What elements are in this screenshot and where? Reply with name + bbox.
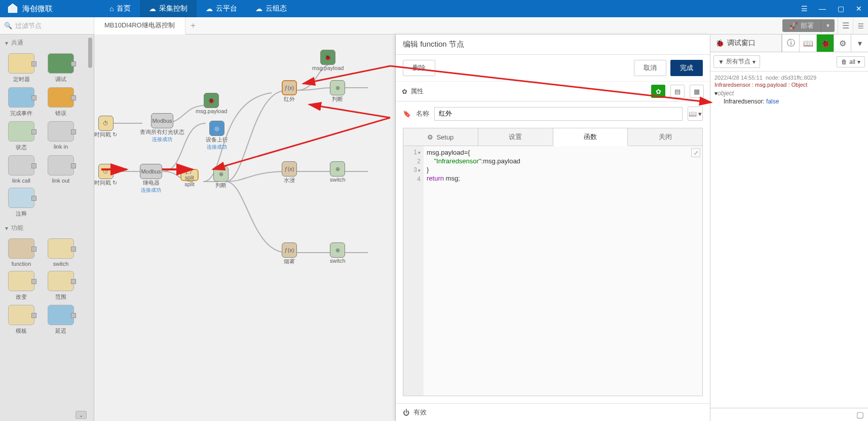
palette-node[interactable]: function <box>5 238 37 267</box>
palette-node[interactable]: 模板 <box>5 305 37 335</box>
appearance-button[interactable]: ▦ <box>690 85 704 98</box>
tab-settings[interactable]: 设置 <box>478 128 553 146</box>
menu-cloud-label: 云平台 <box>216 4 237 13</box>
debug-message[interactable]: 2022/4/28 14:55:11 node: d5d31ffc.8029 I… <box>710 72 868 108</box>
node-switch1[interactable]: switch <box>330 177 346 183</box>
sidebar-config[interactable]: ⚙ <box>834 34 851 52</box>
menu-collect-label: 采集控制 <box>159 4 187 13</box>
palette-node-label: 完成事件 <box>10 110 32 117</box>
palette-cat-func[interactable]: ▾功能 <box>0 220 94 236</box>
node-modbus1[interactable]: 查询所有灯光状态 <box>140 128 184 136</box>
deploy-button[interactable]: 🚀部署 <box>782 19 821 32</box>
palette-node[interactable]: link call <box>5 155 37 184</box>
sidebar-info[interactable]: ⓘ <box>782 34 799 52</box>
name-book-button[interactable]: 📖 ▾ <box>688 107 703 121</box>
code-editor[interactable]: 1234 msg.payload={ "Infraredsensor":msg.… <box>403 146 703 396</box>
palette-node-label: link in <box>54 144 68 150</box>
msg-timestamp: 2022/4/28 14:55:11 <box>714 75 763 81</box>
node-debug-top[interactable]: msg.payload <box>312 65 344 71</box>
palette-node[interactable]: 改变 <box>5 271 37 301</box>
tab-function[interactable]: 函数 <box>553 128 628 146</box>
node-modbus2-status: 连接成功 <box>141 187 161 194</box>
brand-text: 海创微联 <box>22 4 53 14</box>
msg-source: Infraredsensor : msg.payload : Object <box>714 82 864 88</box>
palette-node-label: link out <box>52 178 70 184</box>
home-icon: ⌂ <box>109 5 114 13</box>
palette-node[interactable]: link out <box>45 155 77 184</box>
palette-collapse[interactable]: ⌄ <box>76 411 87 419</box>
palette-cat-common[interactable]: ▾共通 <box>0 34 94 51</box>
win-menu[interactable]: ☰ <box>795 0 813 17</box>
sidebar-more[interactable]: ▾ <box>851 34 868 52</box>
filter-nodes-label: 所有节点 <box>726 57 750 66</box>
node-judge2[interactable]: 判断 <box>332 95 343 103</box>
menu-home[interactable]: ⌂首页 <box>100 0 140 17</box>
palette-scrollbar[interactable] <box>88 38 92 68</box>
chevron-down-icon: ▾ <box>857 58 860 65</box>
win-min[interactable]: — <box>813 0 832 17</box>
done-button[interactable]: 完成 <box>670 60 703 76</box>
palette-node[interactable] <box>45 188 77 218</box>
flow-tab[interactable]: MB10DI4RO继电器控制 <box>94 17 185 34</box>
delete-button[interactable]: 删除 <box>403 60 435 76</box>
palette-node[interactable]: 调试 <box>45 53 77 83</box>
win-max[interactable]: ▢ <box>832 0 850 17</box>
msg-node: node: d5d31ffc.8029 <box>766 75 816 81</box>
palette-node[interactable]: 延迟 <box>45 305 77 335</box>
sidebar-help[interactable]: 📖 <box>799 34 816 52</box>
tab-function-label: 函数 <box>584 132 597 142</box>
cloud-icon: ☁ <box>206 5 213 13</box>
logo-icon <box>7 3 18 14</box>
palette-node[interactable]: 注释 <box>5 188 37 218</box>
clear-debug[interactable]: 🗑all▾ <box>837 56 865 67</box>
palette-node[interactable]: 完成事件 <box>5 87 37 117</box>
palette-node-label: 调试 <box>55 76 66 83</box>
enabled-label: 有效 <box>413 408 427 417</box>
palette-node[interactable]: 范围 <box>45 271 77 301</box>
palette-node[interactable]: switch <box>45 238 77 267</box>
node-switch2[interactable]: switch <box>330 258 346 264</box>
settings-button[interactable]: ≣ <box>853 17 868 34</box>
node-debug-mid[interactable]: msg.payload <box>196 108 227 114</box>
palette-node[interactable]: link in <box>45 121 77 151</box>
add-tab[interactable]: ＋ <box>185 17 201 34</box>
menu-cloud[interactable]: ☁云平台 <box>197 0 246 17</box>
menu-cloudui[interactable]: ☁云组态 <box>246 0 296 17</box>
hamburger-button[interactable]: ☰ <box>838 17 853 34</box>
node-judge1[interactable]: 判断 <box>215 182 227 189</box>
node-timer2[interactable]: 时间戳 ↻ <box>94 179 117 187</box>
cloudui-icon: ☁ <box>255 5 262 13</box>
env-button[interactable]: ✿ <box>651 85 665 98</box>
sidebar-footer-btn[interactable]: ▢ <box>854 408 866 421</box>
node-device[interactable]: 设备上行 <box>206 136 228 144</box>
palette-node-label: 范围 <box>55 293 66 301</box>
node-timer1[interactable]: 时间戳 ↻ <box>94 131 117 138</box>
palette-node-label: switch <box>53 261 69 267</box>
node-fx-water[interactable]: 水浸 <box>284 177 295 184</box>
palette-filter-placeholder: 过滤节点 <box>15 21 42 30</box>
palette-node[interactable]: 错误 <box>45 87 77 117</box>
win-close[interactable]: ✕ <box>850 0 868 17</box>
chevron-down-icon: ▾ <box>5 225 8 232</box>
menu-collect[interactable]: ☁采集控制 <box>140 0 197 17</box>
name-input[interactable] <box>434 107 683 121</box>
sidebar-debug[interactable]: 🐞 <box>816 34 834 52</box>
node-split[interactable]: split <box>184 181 195 187</box>
palette-filter[interactable]: 🔍 过滤节点 <box>0 17 94 34</box>
doc-button[interactable]: ▤ <box>670 85 685 98</box>
kv-key: Infraredsensor: <box>724 98 765 105</box>
tab-setup[interactable]: ⚙Setup <box>403 128 478 146</box>
obj-label: object <box>718 90 734 97</box>
cancel-button[interactable]: 取消 <box>634 60 666 76</box>
node-fx-ir[interactable]: 红外 <box>284 95 295 103</box>
palette-node[interactable]: 状态 <box>5 121 37 151</box>
palette-cat-common-label: 共通 <box>11 39 23 47</box>
deploy-dropdown[interactable]: ▼ <box>821 21 835 30</box>
node-fx-smoke[interactable]: 烟雾 <box>284 258 295 265</box>
palette-node[interactable]: 定时器 <box>5 53 37 83</box>
expand-editor-button[interactable]: ⤢ <box>691 148 700 157</box>
node-modbus2[interactable]: 继电器 <box>143 179 160 187</box>
filter-nodes[interactable]: ▼所有节点▾ <box>713 55 760 68</box>
tab-close[interactable]: 关闭 <box>628 128 702 146</box>
gear-icon: ⚙ <box>427 133 433 141</box>
